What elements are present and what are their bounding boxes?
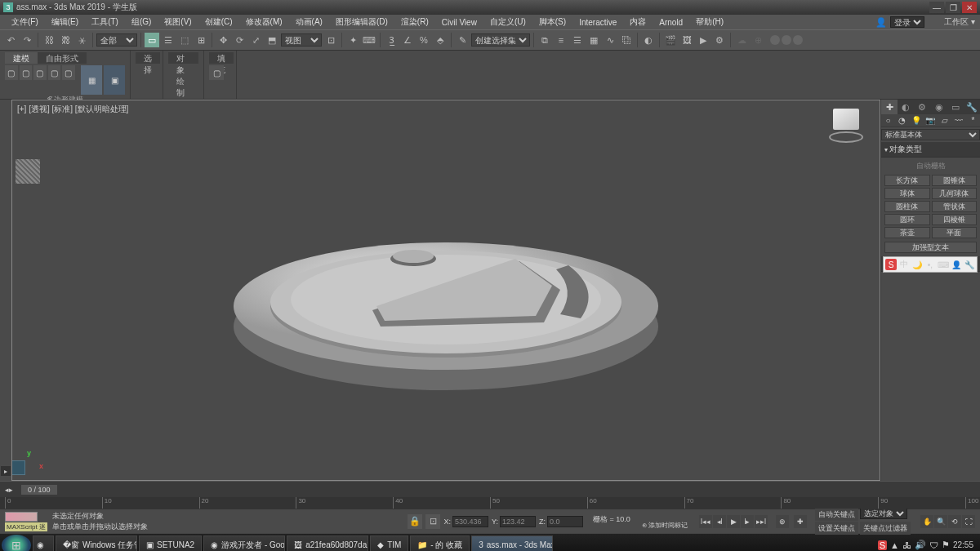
time-ruler[interactable]: 0 10 20 30 40 50 60 70 80 90 100 bbox=[5, 497, 975, 509]
rib-poly-button[interactable]: ▣ bbox=[104, 65, 125, 95]
menu-animation[interactable]: 动画(A) bbox=[289, 15, 329, 29]
menu-content[interactable]: 内容 bbox=[623, 15, 653, 29]
viewport-label[interactable]: [+] [透视] [标准] [默认明暗处理] bbox=[17, 104, 128, 115]
close-button[interactable]: ✕ bbox=[962, 2, 977, 13]
taskbar-tim[interactable]: ◆ TIM bbox=[370, 535, 408, 552]
percent-snap-button[interactable]: % bbox=[416, 33, 431, 47]
quality-med-icon[interactable] bbox=[782, 35, 791, 45]
timeline[interactable]: ◂ ▸ 0 / 100 bbox=[0, 481, 980, 497]
taskbar-file[interactable]: 🖼 a21fea60d807da27... bbox=[287, 535, 368, 552]
prim-box[interactable]: 长方体 bbox=[884, 175, 930, 186]
mirror-button[interactable]: ⧉ bbox=[537, 33, 552, 47]
goto-end-button[interactable]: ▸▸l bbox=[755, 515, 768, 528]
render-button[interactable]: ▶ bbox=[696, 33, 710, 47]
cat-cameras[interactable]: 📷 bbox=[924, 114, 938, 127]
select-name-button[interactable]: ☰ bbox=[161, 33, 176, 47]
ribbon-tab-select[interactable]: 选择 bbox=[136, 52, 160, 64]
lock-icon[interactable]: 🔒 bbox=[408, 514, 422, 529]
keyboard-button[interactable]: ⌨ bbox=[362, 33, 376, 47]
viewport[interactable]: [+] [透视] [标准] [默认明暗处理] bbox=[11, 100, 880, 481]
autokey-button[interactable]: 自动关键点 bbox=[815, 508, 858, 521]
tray-vol-icon[interactable]: 🔊 bbox=[915, 540, 926, 550]
rib-populate-btn[interactable]: ▢ bbox=[209, 65, 224, 80]
ribbon-tab-paint[interactable]: 对象绘制 bbox=[168, 52, 198, 64]
prev-frame-button[interactable]: ◂l bbox=[713, 515, 726, 528]
menu-arnold[interactable]: Arnold bbox=[653, 16, 689, 29]
menu-render[interactable]: 渲染(R) bbox=[394, 15, 435, 29]
viewport-nav-button[interactable] bbox=[11, 460, 25, 475]
keyfilter-sel-dropdown[interactable]: 选定对象 bbox=[860, 508, 907, 519]
tab-display[interactable]: ▭ bbox=[947, 100, 964, 114]
ime-s-icon[interactable]: S bbox=[885, 259, 897, 270]
manipulate-button[interactable]: ✦ bbox=[345, 33, 360, 47]
menu-civilview[interactable]: Civil View bbox=[435, 16, 483, 29]
unlink-button[interactable]: ⛓̸ bbox=[58, 33, 73, 47]
tab-utilities[interactable]: 🔧 bbox=[964, 100, 980, 114]
move-button[interactable]: ✥ bbox=[216, 33, 230, 47]
setkey-button[interactable]: 设置关键点 bbox=[815, 522, 858, 535]
workspace-label[interactable]: 工作区 ▾ bbox=[944, 16, 975, 28]
minimize-button[interactable]: — bbox=[929, 2, 944, 13]
frame-indicator[interactable]: 0 / 100 bbox=[21, 485, 57, 495]
prim-cylinder[interactable]: 圆柱体 bbox=[884, 201, 930, 212]
prim-teapot[interactable]: 茶壶 bbox=[884, 227, 930, 238]
menu-view[interactable]: 视图(V) bbox=[158, 15, 198, 29]
rib-btn-3[interactable]: ▢ bbox=[33, 65, 47, 80]
taskbar-taskmgr[interactable]: �窗 Windows 任务管理器 bbox=[56, 535, 137, 552]
ref-coord-dropdown[interactable]: 视图 bbox=[281, 33, 322, 47]
rib-btn-2[interactable]: ▢ bbox=[20, 65, 33, 80]
tray-sogou-icon[interactable]: S bbox=[878, 540, 887, 550]
pivot-button[interactable]: ⊡ bbox=[323, 33, 338, 47]
tab-create[interactable]: ✚ bbox=[881, 100, 898, 114]
align-button[interactable]: ≡ bbox=[554, 33, 568, 47]
ime-toolbar[interactable]: S 中 🌙 •, ⌨ 👤 🔧 bbox=[883, 256, 978, 273]
redo-button[interactable]: ↷ bbox=[20, 33, 34, 47]
cat-spacewarps[interactable]: 〰 bbox=[951, 114, 965, 127]
taskbar-chrome[interactable]: ◉ bbox=[33, 535, 54, 552]
section-objecttype[interactable]: 对象类型 bbox=[881, 142, 980, 158]
color-swatch[interactable] bbox=[5, 512, 38, 522]
taskbar-3dsmax[interactable]: 3 ass.max - 3ds Max... bbox=[471, 535, 553, 552]
tab-hierarchy[interactable]: ⚙ bbox=[914, 100, 930, 114]
prim-pyramid[interactable]: 四棱锥 bbox=[932, 214, 978, 225]
named-selset[interactable]: 创建选择集 bbox=[471, 33, 530, 47]
coord-x-input[interactable] bbox=[452, 516, 488, 527]
tray-flag-icon[interactable]: ⚑ bbox=[942, 540, 950, 550]
rib-btn-4[interactable]: ▢ bbox=[48, 65, 61, 80]
nav-max-button[interactable]: ⛶ bbox=[962, 515, 975, 528]
play-button[interactable]: ▶ bbox=[727, 515, 740, 528]
menu-customize[interactable]: 自定义(U) bbox=[483, 15, 532, 29]
material-editor-button[interactable]: ◐ bbox=[641, 33, 656, 47]
login-dropdown[interactable]: 登录 bbox=[890, 16, 924, 28]
tray-net-icon[interactable]: 🖧 bbox=[902, 540, 911, 550]
ime-settings-icon[interactable]: 🔧 bbox=[964, 259, 975, 270]
menu-edit[interactable]: 编辑(E) bbox=[45, 15, 85, 29]
ribbon-tab-freeform[interactable]: 自由形式 bbox=[38, 52, 87, 64]
rib-btn-1[interactable]: ▢ bbox=[5, 65, 18, 80]
menu-file[interactable]: 文件(F) bbox=[5, 15, 45, 29]
ime-cn-icon[interactable]: 中 bbox=[898, 259, 910, 270]
menu-create[interactable]: 创建(C) bbox=[198, 15, 239, 29]
ime-person-icon[interactable]: 👤 bbox=[951, 259, 962, 270]
render-a360-button[interactable]: ⊕ bbox=[751, 33, 765, 47]
tray-clock[interactable]: 22:55 bbox=[953, 540, 973, 549]
prim-sphere[interactable]: 球体 bbox=[884, 188, 930, 199]
edit-selset-button[interactable]: ✎ bbox=[455, 33, 470, 47]
layers-button[interactable]: ☰ bbox=[570, 33, 585, 47]
addtime-label[interactable]: ⊕ 添加时间标记 bbox=[642, 521, 688, 530]
maxscript-label[interactable]: MAXScript 迷 bbox=[5, 522, 47, 531]
render-setup-button[interactable]: 🎬 bbox=[663, 33, 678, 47]
window-crossing-button[interactable]: ⊞ bbox=[194, 33, 208, 47]
tab-modify[interactable]: ◐ bbox=[898, 100, 914, 114]
isolate-icon[interactable]: ⊡ bbox=[425, 514, 440, 529]
placement-button[interactable]: ⬒ bbox=[265, 33, 279, 47]
start-button[interactable]: ⊞ bbox=[2, 535, 31, 552]
cat-shapes[interactable]: ◔ bbox=[895, 114, 909, 127]
snap-3-button[interactable]: 3̲ bbox=[384, 33, 399, 47]
autogrid-checkbox[interactable]: 自动栅格 bbox=[883, 159, 978, 173]
toggle-ribbon-button[interactable]: ▦ bbox=[586, 33, 601, 47]
quality-high-icon[interactable] bbox=[793, 35, 803, 45]
taskbar-fav[interactable]: 📁 - 的 收藏 bbox=[410, 535, 470, 552]
prim-tube[interactable]: 管状体 bbox=[932, 201, 978, 212]
viewcube[interactable] bbox=[829, 109, 863, 143]
